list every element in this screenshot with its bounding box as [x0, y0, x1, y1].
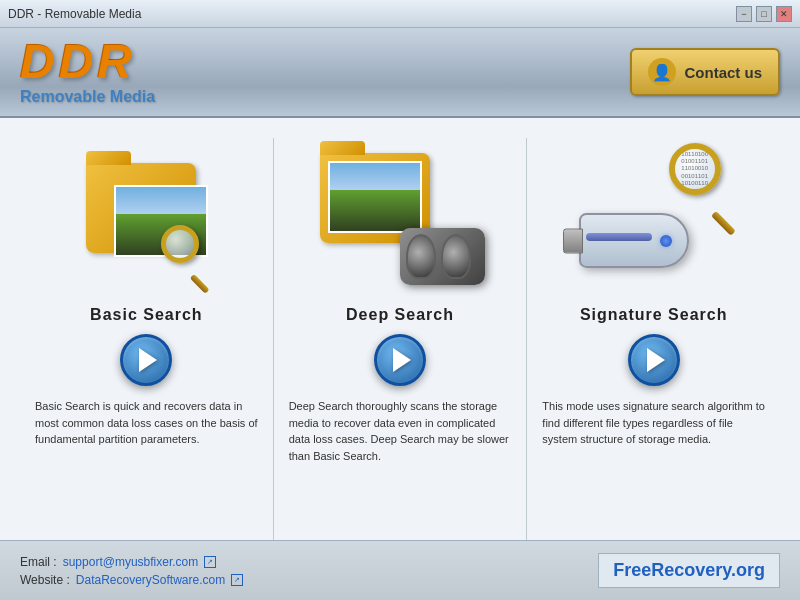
- magnifier-handle: [190, 274, 210, 294]
- deep-search-title: Deep Search: [346, 306, 454, 324]
- sig-magnifier-glass: 10110100 01001101 11010010 00101101 1010…: [669, 143, 721, 195]
- signature-search-play-button[interactable]: [628, 334, 680, 386]
- titlebar-title: DDR - Removable Media: [8, 7, 141, 21]
- bino-right-tube: [441, 234, 471, 279]
- website-link[interactable]: DataRecoverySoftware.com: [76, 573, 225, 587]
- bino-left-tube: [406, 234, 436, 279]
- sig-magnifier-handle: [711, 211, 736, 236]
- contact-button[interactable]: 👤 Contact us: [630, 48, 780, 96]
- email-link[interactable]: support@myusbfixer.com: [63, 555, 199, 569]
- footer: Email : support@myusbfixer.com ↗ Website…: [0, 540, 800, 600]
- external-link-icon: ↗: [204, 556, 216, 568]
- website-row: Website : DataRecoverySoftware.com ↗: [20, 573, 243, 587]
- external-link-icon-2: ↗: [231, 574, 243, 586]
- minimize-button[interactable]: −: [736, 6, 752, 22]
- main-content: Basic Search Basic Search is quick and r…: [0, 118, 800, 540]
- email-label: Email :: [20, 555, 57, 569]
- deep-search-description: Deep Search thoroughly scans the storage…: [284, 398, 517, 464]
- drive-connector: [563, 228, 583, 253]
- deep-search-play-button[interactable]: [374, 334, 426, 386]
- brand-free: Free: [613, 560, 651, 580]
- logo-area: DDR Removable Media: [20, 38, 155, 106]
- deep-search-image: [305, 138, 495, 298]
- deep-folder-photo: [328, 161, 422, 233]
- close-button[interactable]: ✕: [776, 6, 792, 22]
- brand-org: .org: [731, 560, 765, 580]
- drive-sig-icon: 10110100 01001101 11010010 00101101 1010…: [564, 143, 744, 293]
- folder-deep-icon: [310, 143, 490, 293]
- logo-subtitle: Removable Media: [20, 88, 155, 106]
- basic-search-title: Basic Search: [90, 306, 203, 324]
- signature-search-description: This mode uses signature search algorith…: [537, 398, 770, 448]
- binoculars-icon: [400, 228, 485, 293]
- header: DDR Removable Media 👤 Contact us: [0, 28, 800, 118]
- search-options: Basic Search Basic Search is quick and r…: [0, 128, 800, 540]
- usb-drive: [579, 213, 699, 283]
- binoculars-body: [400, 228, 485, 285]
- deep-photo-ground: [330, 190, 420, 231]
- footer-links: Email : support@myusbfixer.com ↗ Website…: [20, 555, 243, 587]
- logo-ddr: DDR: [20, 38, 155, 86]
- photo-sky: [116, 187, 206, 214]
- footer-brand: FreeRecovery.org: [598, 553, 780, 588]
- basic-search-description: Basic Search is quick and recovers data …: [30, 398, 263, 448]
- website-label: Website :: [20, 573, 70, 587]
- maximize-button[interactable]: □: [756, 6, 772, 22]
- play-icon: [139, 348, 157, 372]
- drive-led: [660, 235, 672, 247]
- contact-icon: 👤: [648, 58, 676, 86]
- deep-folder-tab: [320, 141, 365, 155]
- binary-text: 10110100 01001101 11010010 00101101 1010…: [675, 151, 715, 187]
- email-row: Email : support@myusbfixer.com ↗: [20, 555, 243, 569]
- window-controls: − □ ✕: [736, 6, 792, 22]
- magnifier-icon: [161, 225, 216, 280]
- drive-stripe: [586, 233, 652, 241]
- basic-search-option: Basic Search Basic Search is quick and r…: [20, 138, 274, 540]
- signature-search-title: Signature Search: [580, 306, 728, 324]
- titlebar: DDR - Removable Media − □ ✕: [0, 0, 800, 28]
- play-icon: [647, 348, 665, 372]
- drive-body: [579, 213, 689, 268]
- sig-magnifier-icon: 10110100 01001101 11010010 00101101 1010…: [669, 143, 744, 218]
- magnifier-glass: [161, 225, 199, 263]
- basic-search-play-button[interactable]: [120, 334, 172, 386]
- basic-search-image: [51, 138, 241, 298]
- contact-label: Contact us: [684, 64, 762, 81]
- deep-search-option: Deep Search Deep Search thoroughly scans…: [274, 138, 528, 540]
- deep-photo-sky: [330, 163, 420, 190]
- signature-search-image: 10110100 01001101 11010010 00101101 1010…: [559, 138, 749, 298]
- signature-search-option: 10110100 01001101 11010010 00101101 1010…: [527, 138, 780, 540]
- play-icon: [393, 348, 411, 372]
- folder-basic-icon: [66, 148, 226, 288]
- brand-recovery: Recovery: [651, 560, 731, 580]
